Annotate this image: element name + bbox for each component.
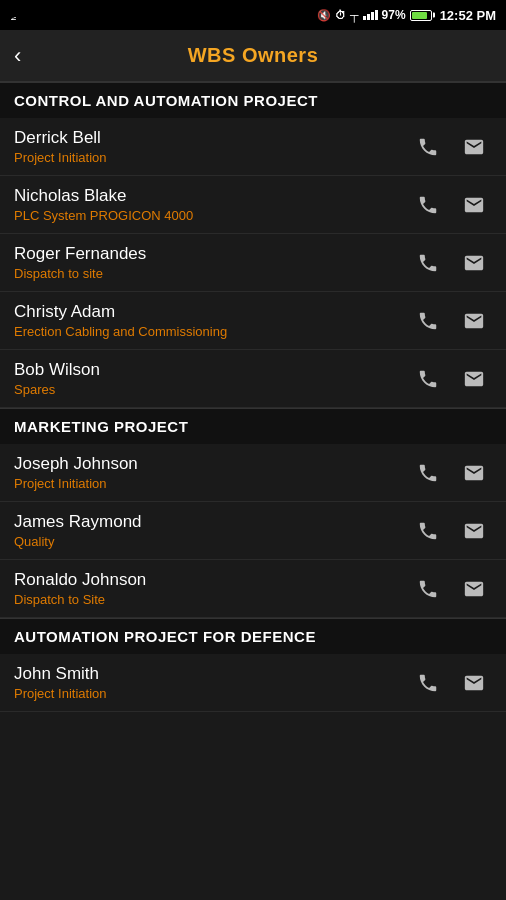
- list-item: Bob Wilson Spares: [0, 350, 506, 408]
- email-button[interactable]: [456, 303, 492, 339]
- phone-button[interactable]: [410, 129, 446, 165]
- contact-info: Nicholas Blake PLC System PROGICON 4000: [14, 186, 410, 223]
- contact-info: Bob Wilson Spares: [14, 360, 410, 397]
- email-button[interactable]: [456, 187, 492, 223]
- contact-role: Erection Cabling and Commissioning: [14, 324, 410, 339]
- contact-name: Christy Adam: [14, 302, 410, 322]
- contact-actions: [410, 303, 492, 339]
- list-item: John Smith Project Initiation: [0, 654, 506, 712]
- contact-actions: [410, 187, 492, 223]
- contact-info: Roger Fernandes Dispatch to site: [14, 244, 410, 281]
- usb-icon: ⦟: [10, 8, 17, 23]
- contact-role: Quality: [14, 534, 410, 549]
- phone-button[interactable]: [410, 455, 446, 491]
- email-button[interactable]: [456, 361, 492, 397]
- status-left: ⦟: [10, 8, 17, 23]
- email-button[interactable]: [456, 513, 492, 549]
- contact-actions: [410, 245, 492, 281]
- contact-name: Derrick Bell: [14, 128, 410, 148]
- list-item: Ronaldo Johnson Dispatch to Site: [0, 560, 506, 618]
- email-button[interactable]: [456, 245, 492, 281]
- back-button[interactable]: ‹: [14, 43, 21, 69]
- contact-name: Roger Fernandes: [14, 244, 410, 264]
- alarm-icon: ⏱: [335, 9, 346, 21]
- mute-icon: 🔇: [317, 9, 331, 22]
- page-title: WBS Owners: [188, 44, 319, 67]
- contact-name: Nicholas Blake: [14, 186, 410, 206]
- list-item: Christy Adam Erection Cabling and Commis…: [0, 292, 506, 350]
- contact-info: John Smith Project Initiation: [14, 664, 410, 701]
- contact-name: John Smith: [14, 664, 410, 684]
- phone-button[interactable]: [410, 245, 446, 281]
- contact-actions: [410, 361, 492, 397]
- list-item: James Raymond Quality: [0, 502, 506, 560]
- contact-actions: [410, 513, 492, 549]
- email-button[interactable]: [456, 129, 492, 165]
- section-header-marketing: MARKETING PROJECT: [0, 408, 506, 444]
- contact-name: James Raymond: [14, 512, 410, 532]
- phone-button[interactable]: [410, 303, 446, 339]
- contact-name: Bob Wilson: [14, 360, 410, 380]
- contact-role: Spares: [14, 382, 410, 397]
- battery-percent: 97%: [382, 8, 406, 22]
- contact-info: Ronaldo Johnson Dispatch to Site: [14, 570, 410, 607]
- content-area: CONTROL AND AUTOMATION PROJECT Derrick B…: [0, 82, 506, 712]
- list-item: Nicholas Blake PLC System PROGICON 4000: [0, 176, 506, 234]
- email-button[interactable]: [456, 665, 492, 701]
- contact-role: Dispatch to site: [14, 266, 410, 281]
- contact-name: Joseph Johnson: [14, 454, 410, 474]
- list-item: Roger Fernandes Dispatch to site: [0, 234, 506, 292]
- section-header-control-automation: CONTROL AND AUTOMATION PROJECT: [0, 82, 506, 118]
- status-bar: ⦟ 🔇 ⏱ ┬ 97% 12:52 PM: [0, 0, 506, 30]
- phone-button[interactable]: [410, 513, 446, 549]
- contact-actions: [410, 571, 492, 607]
- signal-bars: [363, 10, 378, 20]
- phone-button[interactable]: [410, 665, 446, 701]
- phone-button[interactable]: [410, 571, 446, 607]
- contact-info: Christy Adam Erection Cabling and Commis…: [14, 302, 410, 339]
- contact-actions: [410, 455, 492, 491]
- contact-actions: [410, 129, 492, 165]
- contact-role: Project Initiation: [14, 150, 410, 165]
- top-bar: ‹ WBS Owners: [0, 30, 506, 82]
- status-right: 🔇 ⏱ ┬ 97% 12:52 PM: [317, 8, 496, 23]
- contact-info: Derrick Bell Project Initiation: [14, 128, 410, 165]
- list-item: Joseph Johnson Project Initiation: [0, 444, 506, 502]
- section-header-automation-defence: AUTOMATION PROJECT FOR DEFENCE: [0, 618, 506, 654]
- contact-name: Ronaldo Johnson: [14, 570, 410, 590]
- email-button[interactable]: [456, 571, 492, 607]
- phone-button[interactable]: [410, 361, 446, 397]
- contact-actions: [410, 665, 492, 701]
- email-button[interactable]: [456, 455, 492, 491]
- list-item: Derrick Bell Project Initiation: [0, 118, 506, 176]
- contact-info: James Raymond Quality: [14, 512, 410, 549]
- battery-icon: [410, 10, 432, 21]
- contact-info: Joseph Johnson Project Initiation: [14, 454, 410, 491]
- contact-role: PLC System PROGICON 4000: [14, 208, 410, 223]
- phone-button[interactable]: [410, 187, 446, 223]
- time-display: 12:52 PM: [440, 8, 496, 23]
- wifi-icon: ┬: [350, 8, 359, 22]
- contact-role: Dispatch to Site: [14, 592, 410, 607]
- contact-role: Project Initiation: [14, 476, 410, 491]
- contact-role: Project Initiation: [14, 686, 410, 701]
